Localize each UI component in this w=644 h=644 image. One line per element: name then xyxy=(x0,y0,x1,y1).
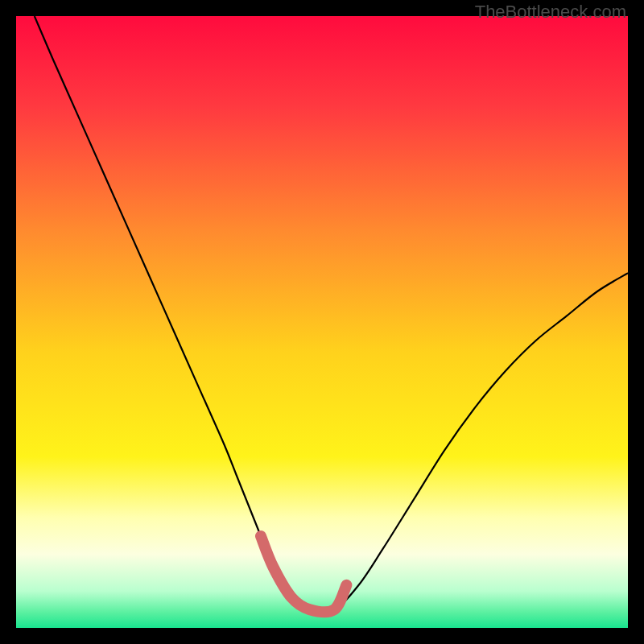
watermark-text: TheBottleneck.com xyxy=(475,2,626,23)
gradient-background xyxy=(16,16,628,628)
chart-frame xyxy=(16,16,628,628)
bottleneck-chart xyxy=(16,16,628,628)
